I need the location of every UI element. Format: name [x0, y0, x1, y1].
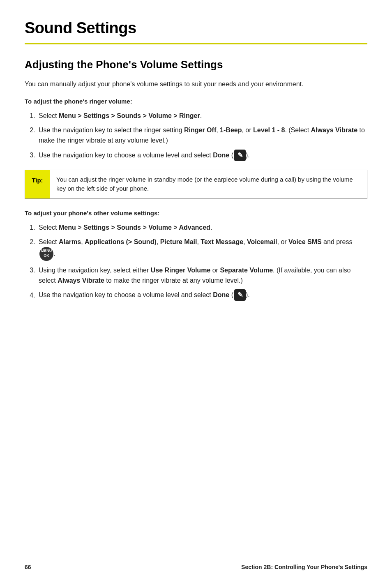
- subsection1-label: To adjust the phone's ringer volume:: [25, 97, 367, 106]
- step-2-4: Use the navigation key to choose a volum…: [37, 290, 367, 301]
- tip-box: Tip: You can adjust the ringer volume in…: [25, 170, 367, 199]
- footer-page-number: 66: [25, 563, 31, 572]
- tip-content: You can adjust the ringer volume in stan…: [50, 170, 367, 198]
- step-1-1: Select Menu > Settings > Sounds > Volume…: [37, 111, 367, 121]
- section-heading: Adjusting the Phone's Volume Settings: [25, 57, 367, 73]
- tip-label: Tip:: [25, 170, 50, 198]
- step-1-3: Use the navigation key to choose a volum…: [37, 150, 367, 161]
- subsection2-label: To adjust your phone's other volume sett…: [25, 209, 367, 218]
- step-2-2: Select Alarms, Applications (> Sound), P…: [37, 237, 367, 261]
- step-2-1: Select Menu > Settings > Sounds > Volume…: [37, 223, 367, 233]
- intro-text: You can manually adjust your phone's vol…: [25, 79, 367, 90]
- subsection2-steps: Select Menu > Settings > Sounds > Volume…: [37, 223, 367, 301]
- menu-ok-icon: MENUOK: [39, 247, 53, 261]
- step-2-3: Using the navigation key, select either …: [37, 265, 367, 286]
- done-icon-2: [234, 289, 246, 301]
- footer-section-label: Section 2B: Controlling Your Phone's Set…: [241, 563, 367, 572]
- subsection1-steps: Select Menu > Settings > Sounds > Volume…: [37, 111, 367, 161]
- title-rule: [25, 43, 367, 44]
- done-icon-1: [234, 150, 246, 161]
- step-1-2: Use the navigation key to select the rin…: [37, 125, 367, 146]
- footer: 66 Section 2B: Controlling Your Phone's …: [25, 563, 367, 572]
- page-title: Sound Settings: [25, 16, 367, 40]
